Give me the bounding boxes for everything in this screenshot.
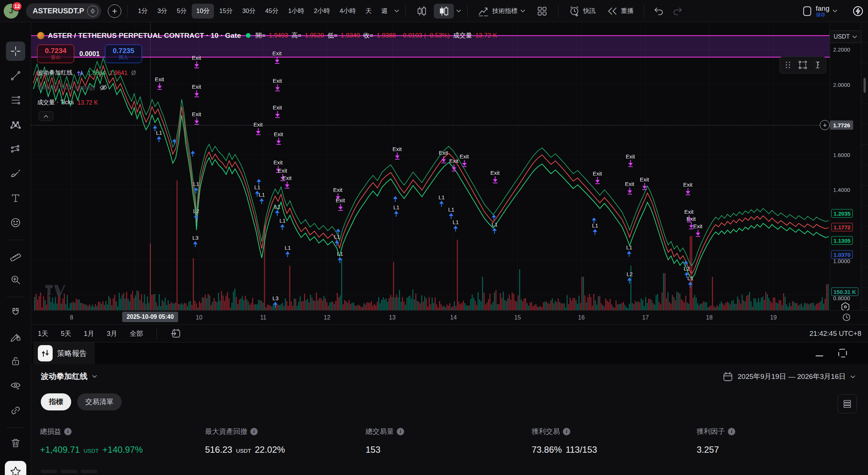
range-button-1天[interactable]: 1天 [38, 329, 48, 338]
legend-collapse-button[interactable] [39, 111, 53, 121]
long-entry-marker[interactable]: L2 [193, 208, 199, 220]
interval-button-15分[interactable]: 15分 [215, 4, 237, 19]
hidden-study-row[interactable]: Volatility DCA strategy [37, 83, 108, 92]
exit-marker[interactable]: Exit [449, 158, 458, 171]
exit-marker[interactable]: Exit [336, 197, 345, 211]
undo-icon[interactable] [653, 6, 664, 17]
interval-button-天[interactable]: 天 [361, 4, 376, 19]
exit-marker[interactable]: Exit [274, 131, 283, 145]
exit-marker[interactable]: Exit [625, 181, 634, 194]
add-order-plus-icon[interactable]: + [820, 120, 830, 130]
date-range-selector[interactable]: 2025年9月19日 — 2026年3月16日 [722, 371, 856, 382]
exit-marker[interactable]: Exit [459, 154, 469, 167]
strategy-report-tab[interactable]: 策略報告 [33, 343, 95, 364]
exit-marker[interactable]: Exit [439, 150, 448, 163]
exit-marker[interactable]: Exit [593, 171, 602, 184]
exit-marker[interactable]: Exit [683, 182, 692, 195]
exit-marker[interactable]: Exit [640, 177, 649, 190]
lock-tool[interactable] [6, 352, 25, 371]
exit-marker[interactable]: Exit [273, 78, 282, 91]
interval-button-週[interactable]: 週 [377, 4, 392, 19]
info-icon[interactable]: i [250, 428, 258, 435]
indicators-button[interactable]: 技術指標 [473, 4, 530, 19]
long-entry-marker[interactable]: L2 [627, 271, 633, 284]
interval-button-5分[interactable]: 5分 [172, 4, 191, 19]
user-avatar[interactable]: J 12 [4, 4, 19, 19]
exit-marker[interactable]: Exit [192, 55, 201, 68]
interval-chevron-down-icon[interactable] [394, 9, 399, 13]
brush-tool[interactable] [6, 164, 25, 183]
clock-utc[interactable]: 21:42:45 UTC+8 [809, 330, 861, 338]
long-entry-marker[interactable]: L1 [393, 204, 400, 217]
range-button-5天[interactable]: 5天 [61, 329, 71, 338]
info-icon[interactable]: i [397, 428, 404, 435]
long-entry-marker[interactable]: L1 [453, 219, 459, 232]
long-entry-marker[interactable]: L1 [334, 234, 340, 246]
hide-drawings-tool[interactable] [6, 376, 25, 396]
right-scrollbar-thumb[interactable] [864, 78, 866, 93]
long-entry-marker[interactable]: L1 [285, 245, 291, 257]
drawing-mode-tool[interactable] [6, 327, 25, 347]
link-tool[interactable] [6, 401, 25, 420]
interval-button-2小時[interactable]: 2小時 [309, 4, 334, 19]
price-chart-canvas[interactable] [31, 22, 830, 310]
report-tab-交易清單[interactable]: 交易清單 [77, 393, 122, 410]
sell-button[interactable]: 0.7234 賣出 [37, 45, 74, 63]
eye-off-icon[interactable] [99, 83, 108, 92]
long-entry-marker[interactable]: L1 [156, 130, 162, 142]
chart-title[interactable]: ASTER / TETHERUS PERPETUAL CONTRACT · 10… [48, 32, 241, 40]
text-tool[interactable] [6, 189, 25, 208]
replay-button[interactable]: 重播 [602, 4, 638, 19]
xabcd-pattern-tool[interactable] [6, 115, 25, 134]
exit-marker[interactable]: Exit [693, 223, 702, 237]
blank-layout-icon[interactable] [802, 6, 813, 17]
interval-button-1分[interactable]: 1分 [133, 4, 152, 19]
interval-button-45分[interactable]: 45分 [261, 4, 283, 19]
report-layout-button[interactable] [838, 394, 857, 413]
interval-button-4小時[interactable]: 4小時 [335, 4, 360, 19]
contract-flag-icon[interactable] [87, 6, 98, 17]
exit-marker[interactable]: Exit [282, 175, 291, 189]
buy-button[interactable]: 0.7235 買入 [105, 45, 142, 63]
add-symbol-button[interactable]: + [108, 4, 121, 18]
drag-handle-icon[interactable] [783, 60, 793, 70]
redo-icon[interactable] [672, 6, 683, 17]
exit-marker[interactable]: Exit [155, 76, 164, 90]
long-entry-marker[interactable]: L1 [448, 207, 455, 219]
panel-maximize-icon[interactable] [837, 348, 848, 358]
go-to-date-icon[interactable] [170, 328, 181, 339]
bar-style-chevron-down-icon[interactable] [456, 9, 461, 13]
account-chevron-down-icon[interactable] [832, 9, 838, 13]
exit-marker[interactable]: Exit [626, 154, 635, 167]
trend-line-tool[interactable] [6, 66, 25, 85]
currency-toggle-button[interactable]: USDT [829, 30, 861, 43]
info-icon[interactable]: i [728, 428, 735, 435]
strategy-selector[interactable]: 波动拳加红线 [41, 371, 97, 381]
symbol-search-button[interactable]: ASTERUSDT.P [26, 3, 101, 19]
long-entry-marker[interactable]: L1 [439, 194, 445, 207]
long-entry-marker[interactable]: L1 [193, 181, 199, 193]
trash-tool[interactable] [6, 433, 25, 453]
exit-marker[interactable]: Exit [272, 50, 281, 64]
long-entry-marker[interactable]: L3 [192, 235, 199, 247]
exit-marker[interactable]: Exit [192, 111, 201, 125]
chart-pane[interactable]: ASTER / TETHERUS PERPETUAL CONTRACT · 10… [31, 22, 830, 310]
report-tab-指標[interactable]: 指標 [41, 393, 71, 410]
bar-style-candles-button[interactable] [434, 4, 454, 19]
time-axis[interactable]: 8101112131415161718192025-10-09 05:40 [31, 310, 868, 324]
layout-grid-button[interactable] [532, 4, 552, 19]
measure-tool-icon[interactable] [812, 60, 823, 70]
long-entry-marker[interactable]: L1 [259, 192, 265, 204]
exit-marker[interactable]: Exit [392, 146, 402, 160]
interval-button-1小時[interactable]: 1小時 [284, 4, 308, 19]
alerts-button[interactable]: 快訊 [564, 4, 600, 19]
volume-legend-row[interactable]: 成交量 · Ticks 13.72 K [37, 99, 98, 107]
crosshair-tool[interactable] [6, 42, 25, 61]
exit-marker[interactable]: Exit [490, 170, 499, 183]
exit-marker[interactable]: Exit [253, 122, 263, 135]
emoji-tool[interactable] [6, 213, 25, 232]
favorites-star-tool[interactable] [5, 461, 26, 475]
long-entry-marker[interactable]: L3 [273, 295, 279, 308]
bar-style-hollow-button[interactable] [412, 4, 432, 19]
long-entry-marker[interactable]: L1 [687, 275, 694, 288]
